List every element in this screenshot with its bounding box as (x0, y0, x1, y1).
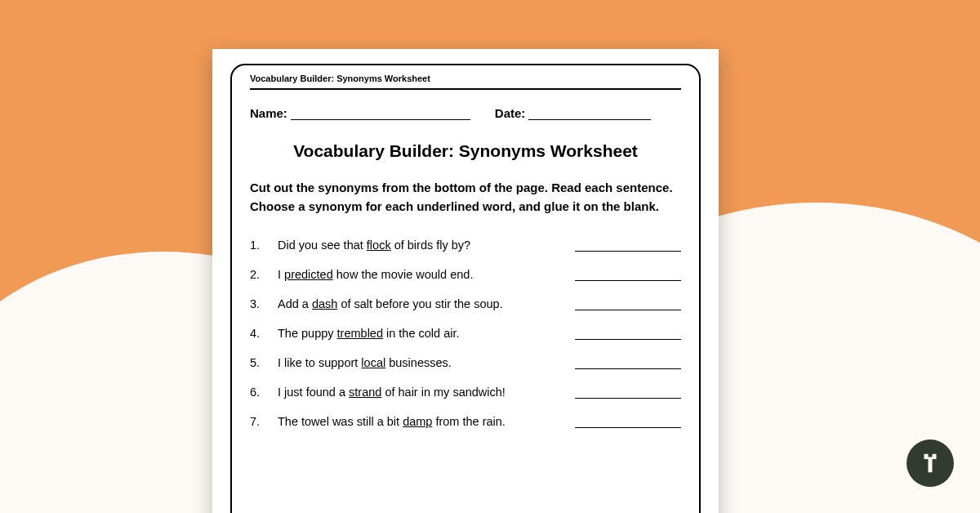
logo-icon (918, 451, 942, 475)
worksheet-title: Vocabulary Builder: Synonyms Worksheet (250, 141, 681, 161)
item-sentence: The puppy trembled in the cold air. (278, 327, 459, 340)
date-field: Date: (495, 106, 652, 120)
worksheet-item: 5.I like to support local businesses. (250, 356, 681, 369)
item-sentence: I just found a strand of hair in my sand… (278, 386, 506, 399)
worksheet-item: 4.The puppy trembled in the cold air. (250, 327, 681, 340)
worksheet-item: 7.The towel was still a bit damp from th… (250, 415, 681, 428)
items-list: 1.Did you see that flock of birds fly by… (250, 239, 681, 428)
item-sentence: I predicted how the movie would end. (278, 268, 473, 281)
item-number: 3. (250, 297, 278, 310)
answer-blank-line (575, 271, 681, 281)
worksheet-item: 6.I just found a strand of hair in my sa… (250, 386, 681, 399)
underlined-word: dash (312, 297, 337, 310)
item-number: 2. (250, 268, 278, 281)
item-sentence: I like to support local businesses. (278, 356, 452, 369)
item-number: 7. (250, 415, 278, 428)
underlined-word: strand (349, 386, 381, 399)
underlined-word: flock (367, 239, 391, 252)
worksheet-page: Vocabulary Builder: Synonyms Worksheet N… (212, 49, 719, 513)
item-number: 4. (250, 327, 278, 340)
date-label: Date: (495, 106, 526, 120)
answer-blank-line (575, 330, 681, 340)
answer-blank-line (575, 242, 681, 252)
name-label: Name: (250, 106, 287, 120)
worksheet-item: 1.Did you see that flock of birds fly by… (250, 239, 681, 252)
answer-blank-line (575, 301, 681, 310)
instructions-text: Cut out the synonyms from the bottom of … (250, 179, 681, 216)
item-number: 6. (250, 386, 278, 399)
underlined-word: trembled (337, 327, 383, 340)
name-blank-line (291, 109, 470, 120)
answer-blank-line (575, 418, 681, 428)
item-number: 5. (250, 356, 278, 369)
underlined-word: local (361, 356, 385, 369)
brand-logo (906, 439, 954, 487)
name-date-row: Name: Date: (250, 106, 681, 120)
worksheet-item: 3.Add a dash of salt before you stir the… (250, 297, 681, 310)
name-field: Name: (250, 106, 470, 120)
underlined-word: damp (403, 415, 432, 428)
worksheet-item: 2.I predicted how the movie would end. (250, 268, 681, 281)
underlined-word: predicted (284, 268, 333, 281)
answer-blank-line (575, 389, 681, 399)
item-sentence: Add a dash of salt before you stir the s… (278, 297, 503, 310)
worksheet-frame: Vocabulary Builder: Synonyms Worksheet N… (230, 64, 701, 513)
item-sentence: The towel was still a bit damp from the … (278, 415, 506, 428)
item-number: 1. (250, 239, 278, 252)
item-sentence: Did you see that flock of birds fly by? (278, 239, 470, 252)
worksheet-header-label: Vocabulary Builder: Synonyms Worksheet (250, 74, 681, 90)
date-blank-line (528, 109, 651, 120)
answer-blank-line (575, 359, 681, 369)
